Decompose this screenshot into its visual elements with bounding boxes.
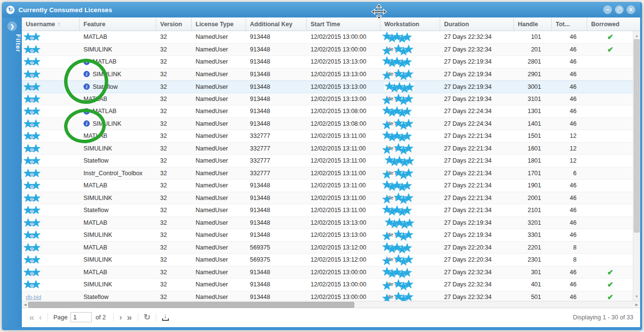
next-page-button[interactable]: › [117, 314, 124, 321]
redacted-username[interactable]: ★on★ [26, 280, 38, 289]
refresh-button[interactable]: ↻ [142, 312, 152, 322]
vertical-scrollbar-thumb[interactable] [634, 39, 640, 232]
column-header-start_time[interactable]: Start Time [307, 17, 380, 31]
titlebar[interactable]: ↻ Currently Consumed Licenses − × [2, 2, 640, 17]
redacted-username[interactable]: ★on★ [26, 132, 38, 140]
close-button[interactable]: × [627, 5, 635, 14]
info-icon[interactable]: i [83, 71, 90, 77]
redacted-username[interactable]: ★on★ [26, 70, 38, 79]
column-header-additional_key[interactable]: Additional Key [246, 17, 307, 31]
table-row[interactable]: ★on★iMATLAB32NamedUser91344812/02/2015 1… [22, 105, 633, 118]
cell-duration: 27 Days 22:19:34 [440, 81, 514, 93]
cell-version: 32 [156, 279, 192, 291]
redacted-username[interactable]: ★on★ [26, 194, 38, 202]
cell-borrowed [587, 155, 633, 167]
table-row[interactable]: ★on★MATLAB32NamedUser91344812/02/2015 13… [22, 217, 633, 230]
info-icon[interactable]: i [83, 83, 90, 90]
redacted-workstation: ★★★★★ [384, 107, 410, 116]
feature-name: MATLAB [83, 269, 107, 276]
redacted-username[interactable]: ★on★ [26, 144, 38, 153]
redacted-username[interactable]: ★on★ [26, 169, 38, 178]
table-row[interactable]: ★on★MATLAB32NamedUser91344812/02/2015 13… [22, 31, 633, 44]
table-row[interactable]: ★on★SIMULINK32NamedUser91344812/02/2015 … [22, 192, 633, 205]
table-row[interactable]: ★on★MATLAB32NamedUser33277712/02/2015 13… [22, 130, 633, 143]
redacted-username[interactable]: ★on★ [26, 181, 38, 190]
scroll-right-arrow-icon[interactable]: ▶ [633, 301, 640, 308]
table-row[interactable]: ★on★MATLAB32NamedUser91344812/02/2015 13… [22, 180, 633, 192]
redacted-workstation: ★★★★★ [384, 218, 414, 227]
table-row[interactable]: ★on★Instr_Control_Toolbox32NamedUser3327… [22, 167, 633, 180]
cell-username: ★on★ [22, 155, 80, 167]
cell-license_type: NamedUser [192, 279, 246, 291]
minimize-button[interactable]: − [603, 5, 612, 14]
column-header-license_type[interactable]: License Type [192, 17, 246, 31]
table-row[interactable]: ★on★SIMULINK32NamedUser33277712/02/2015 … [22, 143, 633, 155]
feature-name: Stateflow [93, 83, 117, 90]
redacted-username[interactable]: ★on★ [26, 231, 38, 239]
redacted-workstation: ★de a★★★ [384, 280, 411, 289]
cell-workstation: ★★★★★ [380, 217, 440, 229]
table-row[interactable]: ★on★MATLAB32NamedUser91344812/02/2015 13… [22, 93, 633, 106]
column-header-feature[interactable]: Feature [80, 17, 156, 31]
horizontal-scrollbar[interactable]: ◀ ▶ [22, 301, 640, 308]
disable-button[interactable] [615, 5, 624, 14]
column-header-duration[interactable]: Duration [440, 17, 514, 31]
table-row[interactable]: ★on★iSIMULINK32NamedUser91344812/02/2015… [22, 118, 633, 131]
expand-filter-icon[interactable]: ❯ [7, 21, 17, 31]
scroll-down-arrow-icon[interactable]: ▼ [633, 293, 640, 300]
table-row[interactable]: db-bldStateflow32NamedUser91344812/02/20… [22, 291, 633, 301]
column-header-workstation[interactable]: Workstation [380, 17, 440, 31]
scroll-up-arrow-icon[interactable]: ▲ [633, 32, 640, 39]
table-row[interactable]: ★on★Stateflow32NamedUser33277712/02/2015… [22, 155, 633, 167]
table-row[interactable]: ★on★SIMULINK32NamedUser91344812/02/2015 … [22, 279, 633, 291]
info-icon[interactable]: i [83, 108, 90, 115]
redacted-username[interactable]: ★on★ [26, 206, 38, 215]
redacted-username[interactable]: ★on★ [26, 268, 38, 277]
column-header-borrowed[interactable]: Borrowed [587, 17, 633, 31]
redacted-username[interactable]: ★on★ [26, 107, 38, 116]
horizontal-scrollbar-thumb[interactable] [28, 302, 354, 308]
table-row[interactable]: ★on★Stateflow32NamedUser91344812/02/2015… [22, 204, 633, 217]
redacted-username[interactable]: ★on★ [26, 156, 38, 165]
vertical-scrollbar[interactable]: ▲ ▼ [633, 31, 640, 301]
cell-username: ★on★ [22, 167, 80, 180]
scroll-left-arrow-icon[interactable]: ◀ [22, 301, 29, 308]
redacted-username[interactable]: ★on★ [26, 255, 38, 264]
table-row[interactable]: ★on★iSIMULINK32NamedUser91344812/02/2015… [22, 68, 633, 81]
redacted-username[interactable]: ★on★ [26, 83, 38, 91]
redacted-username[interactable]: ★on★ [26, 95, 38, 103]
column-header-handle[interactable]: Handle [514, 17, 552, 31]
cell-additional_key: 913448 [246, 217, 307, 229]
page-number-input[interactable] [70, 312, 92, 322]
column-header-total[interactable]: Tot... [552, 17, 587, 31]
redacted-username[interactable]: ★on★ [26, 119, 38, 128]
redacted-username[interactable]: ★on★ [26, 33, 38, 41]
redacted-username[interactable]: ★on★ [26, 45, 38, 54]
redaction-star-icon: ★ [31, 206, 41, 215]
table-row[interactable]: ★on★iMATLAB32NamedUser91344812/02/2015 1… [22, 56, 633, 68]
column-header-version[interactable]: Version [156, 17, 192, 31]
table-row[interactable]: ★on★SIMULINK32NamedUser91344812/02/2015 … [22, 44, 633, 56]
redaction-star-icon: ★ [381, 256, 392, 265]
table-row[interactable]: ★on★MATLAB32NamedUser91344812/02/2015 13… [22, 266, 633, 279]
cell-start_time: 12/02/2015 13:13:00 [307, 229, 380, 241]
prev-page-button[interactable]: ‹ [37, 314, 44, 321]
column-header-username[interactable]: Username↑ [22, 17, 80, 31]
export-download-button[interactable]: ↓ [162, 314, 169, 321]
table-row[interactable]: ★on★SIMULINK32NamedUser91344812/02/2015 … [22, 229, 633, 242]
username-link[interactable]: db-bld [26, 294, 41, 300]
table-row[interactable]: ★on★iStateflow32NamedUser91344812/02/201… [22, 81, 633, 93]
redacted-username[interactable]: ★on★ [26, 218, 38, 227]
table-row[interactable]: ★on★SIMULINK32NamedUser56937512/02/2015 … [22, 254, 633, 266]
last-page-button[interactable]: » [124, 313, 134, 322]
info-icon[interactable]: i [83, 120, 90, 127]
info-icon[interactable]: i [83, 59, 90, 65]
redaction-star-icon: ★ [403, 168, 414, 177]
filter-sidebar[interactable]: ❯ Filter ▶ [2, 17, 22, 327]
table-row[interactable]: ★on★MATLAB32NamedUser56937512/02/2015 13… [22, 242, 633, 254]
first-page-button[interactable]: « [27, 313, 37, 322]
cell-additional_key: 913448 [246, 56, 307, 68]
redacted-username[interactable]: ★on★ [26, 57, 38, 66]
redacted-username[interactable]: ★on★ [26, 243, 38, 252]
cell-borrowed [587, 118, 633, 130]
